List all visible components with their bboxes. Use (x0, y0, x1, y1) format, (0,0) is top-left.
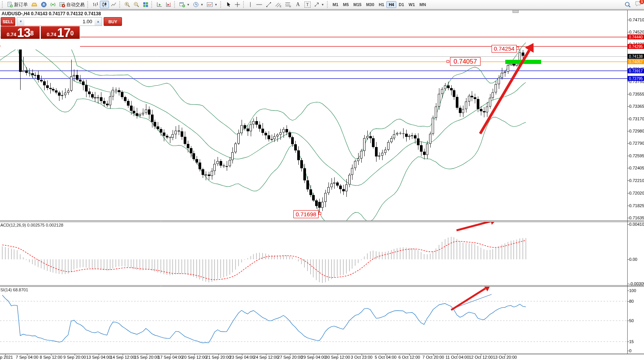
rsi-scale-label: 50 (629, 318, 634, 323)
buy-price-pip: 0 (70, 26, 74, 41)
price-tick-label: 0.72020 (629, 191, 644, 195)
line-chart-button[interactable] (109, 1, 118, 8)
rsi-scale-label: 80 (629, 299, 634, 303)
buy-button[interactable]: BUY (104, 17, 122, 26)
volume-decrease-button[interactable]: ▼ (17, 18, 24, 26)
price-tick-label: 0.73170 (629, 117, 644, 121)
horizontal-line-button[interactable] (254, 1, 264, 8)
crosshair-button[interactable] (233, 1, 242, 8)
new-order-button[interactable]: 新订单 (5, 1, 29, 8)
price-tick-label: 0.72405 (629, 166, 644, 170)
window-splitter-handle[interactable] (513, 10, 519, 13)
timeframe-w1[interactable]: W1 (406, 1, 417, 8)
equidistant-channel-button[interactable]: E (273, 1, 283, 8)
time-label: 14 Sep 12:00 (110, 355, 135, 359)
zoom-out-icon (133, 2, 139, 8)
market-depth-button[interactable] (29, 1, 39, 8)
timeframe-h1[interactable]: H1 (376, 1, 386, 8)
chat-button[interactable]: 1 (635, 1, 642, 8)
price-tick-label: 0.72790 (629, 141, 644, 145)
callout-anchor[interactable] (516, 47, 519, 50)
macd-indicator-label: ACD(12,26,9) 0.002575 0.002128 (0, 223, 63, 227)
time-label: 20 Sep 12:00 (182, 355, 207, 359)
timeframe-m1[interactable]: M1 (330, 1, 341, 8)
indicators-button[interactable]: ▼ (205, 1, 219, 8)
toolbar-grip (174, 1, 176, 8)
autoscroll-button[interactable] (155, 1, 164, 8)
zoom-in-button[interactable] (123, 1, 132, 8)
sell-price-button[interactable]: 0.74 13 8 (1, 26, 40, 39)
periods-button[interactable]: ▼ (191, 1, 205, 8)
axis-price-badge: 0.74057 (628, 59, 644, 64)
timeframe-d1[interactable]: D1 (396, 1, 406, 8)
time-label: 13 Sep 04:00 (86, 355, 111, 359)
callout-anchor[interactable] (447, 60, 449, 63)
svg-text:F: F (290, 5, 291, 8)
new-chart-icon (179, 2, 185, 8)
svg-text:E: E (280, 5, 282, 8)
volume-increase-button[interactable]: ▲ (95, 18, 102, 26)
fibonacci-button[interactable]: F (283, 1, 293, 8)
price-tick-label: 0.72210 (629, 178, 644, 183)
search-icon[interactable] (625, 2, 631, 8)
buy-price-prefix: 0.74 (47, 31, 56, 38)
timeframe-m15[interactable]: M15 (351, 1, 364, 8)
chart-window: AUDUSD-,H4 0.74143 0.74177 0.74132 0.741… (0, 10, 644, 361)
time-label: 11 Oct 04:00 (445, 355, 469, 359)
toolbar-grip (2, 1, 4, 8)
signals-icon (50, 2, 56, 8)
chevron-down-icon: ▼ (200, 3, 203, 6)
text-button[interactable]: A (293, 1, 303, 8)
price-tick-label: 0.74710 (629, 18, 644, 22)
axis-price-badge: 0.73795 (628, 76, 644, 81)
text-label-button[interactable]: T (303, 1, 312, 8)
chart-shift-button[interactable] (164, 1, 173, 8)
zoom-out-button[interactable] (132, 1, 141, 8)
autotrading-button[interactable]: 自动交易 (58, 1, 86, 8)
objects-button[interactable]: ▼ (312, 1, 326, 8)
bar-chart-button[interactable] (91, 1, 100, 8)
time-label: ep 2021 (0, 355, 13, 359)
tile-windows-button[interactable] (141, 1, 150, 8)
price-callout[interactable]: 0.74057 (450, 57, 481, 66)
buy-price-button[interactable]: 0.74 17 0 (41, 26, 80, 39)
axis-price-badge: 0.74138 (628, 54, 644, 59)
callout-anchor[interactable] (319, 212, 321, 215)
one-click-trading-panel: SELL ▼ ▲ BUY 0.74 13 8 0.74 17 0 (0, 17, 80, 50)
time-label: 29 Sep 04:00 (301, 355, 326, 359)
volume-input[interactable] (24, 18, 95, 26)
candlestick-chart-button[interactable] (100, 1, 109, 8)
toolbar-grip (327, 1, 329, 8)
timeframe-m30[interactable]: M30 (364, 1, 376, 8)
timeframe-mn[interactable]: MN (417, 1, 428, 8)
time-label: 23 Sep 04:00 (229, 355, 254, 359)
indicators-icon (207, 2, 213, 8)
community-button[interactable] (39, 1, 48, 8)
time-label: 8 Sep 12:00 (40, 355, 62, 359)
new-chart-button[interactable]: ▼ (178, 1, 191, 8)
timeframe-m5[interactable]: M5 (341, 1, 351, 8)
price-callout[interactable]: 0.71698 (293, 210, 319, 218)
time-label: 7 Sep 04:00 (16, 355, 38, 359)
chat-badge: 1 (639, 0, 644, 4)
autotrading-label: 自动交易 (66, 2, 85, 8)
time-label: 12 Oct 12:00 (469, 355, 493, 359)
sell-button[interactable]: SELL (1, 17, 15, 26)
time-label: 21 Sep 20:00 (206, 355, 231, 359)
cursor-icon (225, 2, 231, 8)
time-label: 9 Sep 20:00 (63, 355, 86, 359)
toolbar-grip (151, 1, 154, 8)
trendline-button[interactable] (264, 1, 273, 8)
cursor-button[interactable] (224, 1, 233, 8)
signals-button[interactable] (48, 1, 58, 8)
price-tick-label: 0.71825 (629, 203, 644, 208)
timeframe-h4[interactable]: H4 (386, 1, 396, 8)
time-label: 17 Sep 04:00 (158, 355, 183, 359)
chart-canvas[interactable] (0, 10, 644, 361)
new-order-label: 新订单 (14, 2, 28, 8)
autoscroll-icon (156, 2, 162, 8)
main-toolbar: 新订单 自动交易 (0, 0, 644, 10)
price-callout[interactable]: 0.74254 (492, 45, 517, 53)
vertical-line-button[interactable] (247, 1, 254, 8)
tile-windows-icon (143, 2, 149, 8)
